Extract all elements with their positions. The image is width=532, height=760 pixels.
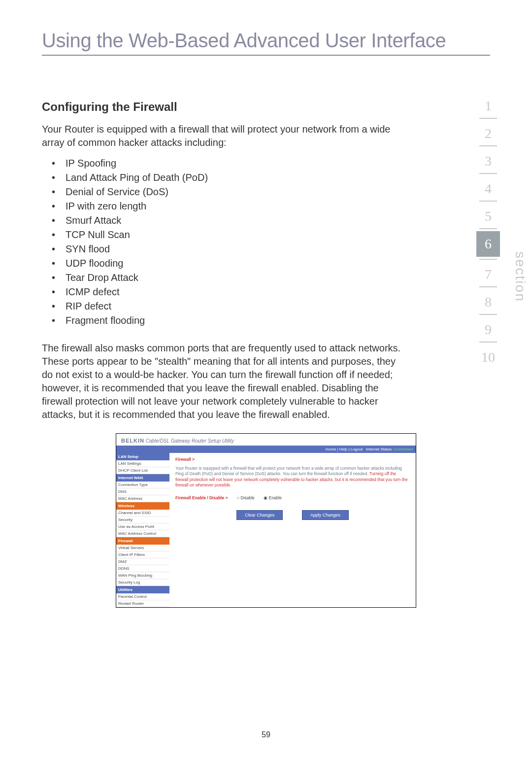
sidebar-item[interactable]: DHCP Client List bbox=[116, 467, 169, 474]
sidebar-item[interactable]: WAN Ping Blocking bbox=[116, 572, 169, 579]
sidebar-item[interactable]: MAC Address bbox=[116, 495, 169, 502]
router-topbar: Home | Help | Logout Internet Status: Co… bbox=[116, 446, 416, 453]
topbar-links[interactable]: Home | Help | Logout bbox=[326, 447, 363, 451]
nav-item-2[interactable]: 2 bbox=[476, 119, 500, 145]
brand-subtitle: Cable/DSL Gateway Router Setup Utility bbox=[144, 438, 234, 444]
status-label: Internet Status: bbox=[366, 447, 393, 451]
nav-item-5[interactable]: 5 bbox=[476, 202, 500, 228]
list-item: TCP Null Scan bbox=[52, 228, 416, 242]
page-number: 59 bbox=[0, 730, 532, 739]
toggle-label: Firewall Enable / Disable > bbox=[175, 495, 228, 500]
sidebar-header-utilities[interactable]: Utilities bbox=[116, 586, 169, 593]
list-item: IP with zero length bbox=[52, 199, 416, 213]
list-item: Fragment flooding bbox=[52, 313, 416, 328]
sidebar-item[interactable]: DDNS bbox=[116, 565, 169, 572]
nav-item-7[interactable]: 7 bbox=[476, 260, 500, 286]
nav-item-4[interactable]: 4 bbox=[476, 174, 500, 201]
content-description: Your Router is equipped with a firewall … bbox=[175, 466, 410, 488]
attack-list: IP Spoofing Land Attack Ping of Death (P… bbox=[52, 156, 416, 328]
sidebar-item[interactable]: DNS bbox=[116, 488, 169, 495]
list-item: Denial of Service (DoS) bbox=[52, 185, 416, 199]
sidebar-item[interactable]: Parental Control bbox=[116, 593, 169, 600]
sidebar-header-wireless[interactable]: Wireless bbox=[116, 502, 169, 510]
brand-logo-text: BELKIN bbox=[121, 438, 144, 444]
sidebar-item[interactable]: Connection Type bbox=[116, 482, 169, 488]
nav-item-6-current[interactable]: 6 bbox=[476, 231, 500, 257]
sidebar-item[interactable]: Use as Access Point bbox=[116, 523, 169, 530]
section-label: section bbox=[512, 251, 528, 302]
nav-item-3[interactable]: 3 bbox=[476, 146, 500, 173]
list-item: UDP flooding bbox=[52, 256, 416, 271]
router-brand-header: BELKIN Cable/DSL Gateway Router Setup Ut… bbox=[116, 434, 416, 446]
radio-disable[interactable]: ○ Disable bbox=[237, 495, 255, 500]
content-title: Firewall > bbox=[175, 457, 410, 466]
nav-item-1[interactable]: 1 bbox=[476, 91, 500, 118]
apply-changes-button[interactable]: Apply Changes bbox=[302, 510, 349, 520]
router-content-pane: Firewall > Your Router is equipped with … bbox=[169, 453, 416, 607]
sidebar-item[interactable]: DMZ bbox=[116, 558, 169, 565]
nav-item-8[interactable]: 8 bbox=[476, 287, 500, 314]
list-item: SYN flood bbox=[52, 242, 416, 256]
sidebar-item[interactable]: Virtual Servers bbox=[116, 545, 169, 552]
list-item: IP Spoofing bbox=[52, 156, 416, 171]
sidebar-header-wan[interactable]: Internet WAN bbox=[116, 474, 169, 482]
nav-item-10[interactable]: 10 bbox=[476, 343, 500, 369]
router-sidebar: LAN Setup LAN Settings DHCP Client List … bbox=[116, 453, 169, 607]
sidebar-item[interactable]: Client IP Filters bbox=[116, 552, 169, 558]
sidebar-item[interactable]: MAC Address Control bbox=[116, 530, 169, 537]
list-item: Tear Drop Attack bbox=[52, 271, 416, 285]
section-heading: Configuring the Firewall bbox=[42, 100, 490, 114]
sidebar-item[interactable]: Restart Router bbox=[116, 600, 169, 607]
clear-changes-button[interactable]: Clear Changes bbox=[236, 510, 283, 520]
nav-item-9[interactable]: 9 bbox=[476, 315, 500, 342]
page-title: Using the Web-Based Advanced User Interf… bbox=[42, 30, 490, 52]
status-value: Connected bbox=[394, 447, 413, 451]
list-item: Smurf Attack bbox=[52, 213, 416, 228]
radio-enable[interactable]: ◉ Enable bbox=[264, 495, 282, 500]
sidebar-header-lan[interactable]: LAN Setup bbox=[116, 453, 169, 460]
firewall-toggle-row: Firewall Enable / Disable > ○ Disable ◉ … bbox=[175, 495, 410, 500]
sidebar-item[interactable]: LAN Settings bbox=[116, 460, 169, 467]
title-rule bbox=[42, 55, 490, 56]
nav-divider bbox=[479, 228, 497, 229]
list-item: ICMP defect bbox=[52, 285, 416, 299]
description-paragraph: The firewall also masks common ports tha… bbox=[42, 342, 406, 421]
list-item: Land Attack Ping of Death (PoD) bbox=[52, 171, 416, 185]
sidebar-item[interactable]: Security Log bbox=[116, 579, 169, 586]
section-nav: 1 2 3 4 5 6 7 8 9 10 bbox=[476, 91, 500, 369]
list-item: RIP defect bbox=[52, 299, 416, 313]
sidebar-item[interactable]: Security bbox=[116, 517, 169, 523]
sidebar-item[interactable]: Channel and SSID bbox=[116, 510, 169, 517]
sidebar-header-firewall[interactable]: Firewall bbox=[116, 537, 169, 545]
intro-paragraph: Your Router is equipped with a firewall … bbox=[42, 123, 406, 149]
router-admin-screenshot: BELKIN Cable/DSL Gateway Router Setup Ut… bbox=[116, 433, 416, 608]
